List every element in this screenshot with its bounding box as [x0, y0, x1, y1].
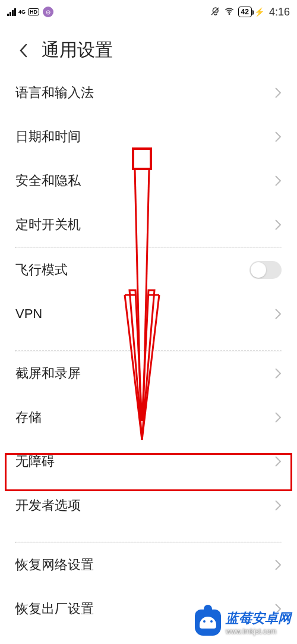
- chevron-right-icon: [274, 455, 282, 467]
- battery-icon: 42: [238, 7, 252, 17]
- row-language-input[interactable]: 语言和输入法: [15, 71, 282, 115]
- chevron-right-icon: [274, 87, 282, 99]
- row-airplane-mode[interactable]: 飞行模式: [15, 248, 282, 292]
- row-screenshot-record[interactable]: 截屏和录屏: [15, 351, 282, 395]
- watermark-title: 蓝莓安卓网: [226, 610, 291, 627]
- watermark-logo: [195, 610, 221, 636]
- page-title: 通用设置: [42, 38, 113, 62]
- row-label: 恢复网络设置: [15, 556, 94, 574]
- row-security-privacy[interactable]: 安全和隐私: [15, 159, 282, 203]
- hd-badge: HD: [28, 8, 39, 15]
- row-label: 日期和时间: [15, 128, 81, 146]
- chevron-right-icon: [274, 308, 282, 320]
- row-label: 无障碍: [15, 453, 55, 470]
- usb-icon: ⊖: [43, 7, 53, 17]
- status-right: 42 ⚡ 4:16: [210, 6, 290, 18]
- row-label: 语言和输入法: [15, 84, 94, 102]
- chevron-right-icon: [274, 559, 282, 571]
- row-label: VPN: [15, 306, 42, 322]
- chevron-right-icon: [274, 411, 282, 423]
- watermark: 蓝莓安卓网 www.lmkjst.com: [195, 610, 291, 636]
- page-header: 通用设置: [0, 24, 297, 71]
- chevron-right-icon: [274, 175, 282, 187]
- row-reset-network[interactable]: 恢复网络设置: [15, 543, 282, 587]
- chevron-right-icon: [274, 131, 282, 143]
- signal-icon: [7, 8, 16, 16]
- airplane-toggle[interactable]: [249, 261, 282, 279]
- row-label: 安全和隐私: [15, 172, 81, 190]
- row-accessibility[interactable]: 无障碍: [15, 439, 282, 483]
- mute-icon: [210, 6, 220, 18]
- wifi-icon: [224, 6, 235, 18]
- row-developer-options[interactable]: 开发者选项: [15, 483, 282, 527]
- row-label: 飞行模式: [15, 261, 68, 279]
- row-storage[interactable]: 存储: [15, 395, 282, 439]
- back-button[interactable]: [19, 43, 27, 58]
- row-vpn[interactable]: VPN: [15, 292, 282, 336]
- clock: 4:16: [269, 6, 290, 18]
- row-label: 开发者选项: [15, 497, 81, 514]
- status-bar: 4G HD ⊖ 42 ⚡ 4:16: [0, 0, 297, 24]
- status-left: 4G HD ⊖: [7, 7, 53, 17]
- charging-icon: ⚡: [254, 7, 264, 17]
- chevron-right-icon: [274, 219, 282, 231]
- watermark-url: www.lmkjst.com: [226, 627, 291, 636]
- network-type: 4G: [18, 10, 26, 14]
- chevron-right-icon: [274, 500, 282, 511]
- row-label: 定时开关机: [15, 216, 81, 234]
- settings-list: 语言和输入法 日期和时间 安全和隐私 定时开关机 飞行模式 VPN 截屏和录屏 …: [0, 71, 297, 631]
- row-label: 存储: [15, 409, 42, 426]
- row-date-time[interactable]: 日期和时间: [15, 115, 282, 159]
- row-label: 截屏和录屏: [15, 365, 81, 382]
- chevron-right-icon: [274, 367, 282, 379]
- row-label: 恢复出厂设置: [15, 600, 94, 618]
- svg-point-1: [229, 13, 230, 14]
- row-scheduled-power[interactable]: 定时开关机: [15, 203, 282, 247]
